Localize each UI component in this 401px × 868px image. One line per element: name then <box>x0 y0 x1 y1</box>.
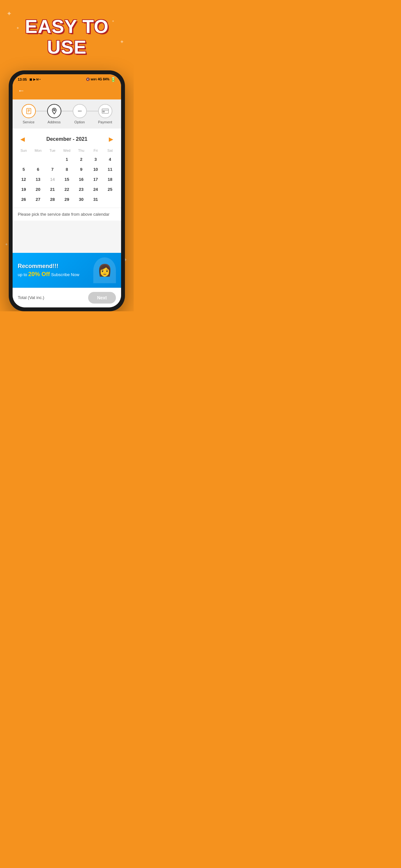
banner-subtitle: up to 20% Off Subscribe Now <box>18 271 93 278</box>
cal-day-28[interactable]: 28 <box>45 194 60 205</box>
step-option-circle: ••• <box>73 104 87 118</box>
calendar-week-3: 12 13 14 15 16 17 18 <box>17 175 117 184</box>
step-payment[interactable]: Payment <box>92 104 118 124</box>
cal-day-4[interactable]: 4 <box>103 154 117 164</box>
cal-day-21[interactable]: 21 <box>45 184 60 194</box>
cal-day-empty-3 <box>45 154 60 164</box>
day-header-mon: Mon <box>31 147 45 154</box>
cal-day-1[interactable]: 1 <box>60 154 74 164</box>
calendar-week-1: 1 2 3 4 <box>17 154 117 164</box>
cal-day-13[interactable]: 13 <box>31 175 45 184</box>
step-option[interactable]: ••• Option <box>67 104 92 124</box>
cal-day-17[interactable]: 17 <box>89 175 103 184</box>
banner-person-image: 👩 <box>93 257 116 283</box>
cal-day-23[interactable]: 23 <box>74 184 89 194</box>
calendar-month-title: December - 2021 <box>46 136 87 142</box>
cal-day-12[interactable]: 12 <box>17 175 31 184</box>
day-header-tue: Tue <box>45 147 60 154</box>
status-signal: 🔇 <box>86 78 90 81</box>
banner-title: Recommend!!! <box>18 263 93 270</box>
progress-steps: Service Address <box>12 99 121 128</box>
banner-text: Recommend!!! up to 20% Off Subscribe Now <box>18 263 93 278</box>
next-button[interactable]: Next <box>88 292 116 304</box>
info-text: Please pick the service date from above … <box>18 212 116 217</box>
banner-discount-text: 20% Off <box>28 271 50 277</box>
cal-day-8[interactable]: 8 <box>60 164 74 175</box>
hero-title: EASY TO USE <box>0 16 134 58</box>
cal-day-24[interactable]: 24 <box>89 184 103 194</box>
day-header-sun: Sun <box>17 147 31 154</box>
step-address[interactable]: Address <box>41 104 67 124</box>
cal-day-2[interactable]: 2 <box>74 154 89 164</box>
cal-day-10[interactable]: 10 <box>89 164 103 175</box>
step-address-label: Address <box>48 120 60 124</box>
status-battery: 84% <box>103 78 110 81</box>
cal-day-29[interactable]: 29 <box>60 194 74 205</box>
step-service-circle <box>22 104 36 118</box>
svg-rect-7 <box>103 111 104 113</box>
cal-day-empty-last <box>103 194 117 205</box>
cal-day-22[interactable]: 22 <box>60 184 74 194</box>
step-service-label: Service <box>23 120 35 124</box>
cal-day-20[interactable]: 20 <box>31 184 45 194</box>
day-header-fri: Fri <box>89 147 103 154</box>
status-bar: 13:05 ▣ ▶ M • 🔇 WiFi 4G 84% 🔋 <box>12 74 121 83</box>
total-label: Total (Vat inc.) <box>18 295 44 300</box>
step-payment-circle <box>98 104 112 118</box>
cal-day-7[interactable]: 7 <box>45 164 60 175</box>
cal-day-30[interactable]: 30 <box>74 194 89 205</box>
cal-day-27[interactable]: 27 <box>31 194 45 205</box>
calendar-day-headers: Sun Mon Tue Wed Thu Fri Sat <box>17 147 117 154</box>
cal-day-25[interactable]: 25 <box>103 184 117 194</box>
cal-day-19[interactable]: 19 <box>17 184 31 194</box>
status-icons: ▣ ▶ M • <box>29 78 40 81</box>
step-address-circle <box>47 104 61 118</box>
day-header-thu: Thu <box>74 147 89 154</box>
banner-cta-text: Subscribe Now <box>51 272 79 277</box>
cal-day-11[interactable]: 11 <box>103 164 117 175</box>
info-text-section: Please pick the service date from above … <box>12 208 121 221</box>
bottom-bar: Total (Vat inc.) Next <box>12 288 121 307</box>
cal-day-3[interactable]: 3 <box>89 154 103 164</box>
cal-day-6[interactable]: 6 <box>31 164 45 175</box>
calendar-week-5: 26 27 28 29 30 31 <box>17 194 117 205</box>
day-header-sat: Sat <box>103 147 117 154</box>
prev-month-button[interactable]: ◀ <box>18 134 27 144</box>
status-wifi: WiFi <box>91 78 97 81</box>
cal-day-9[interactable]: 9 <box>74 164 89 175</box>
step-payment-label: Payment <box>98 120 112 124</box>
recommend-banner[interactable]: Recommend!!! up to 20% Off Subscribe Now… <box>12 253 121 288</box>
cal-day-18[interactable]: 18 <box>103 175 117 184</box>
app-header: ← <box>12 83 121 99</box>
empty-content-area <box>12 221 121 253</box>
cal-day-empty-1 <box>17 154 31 164</box>
calendar: ◀ December - 2021 ▶ Sun Mon Tue Wed Thu … <box>12 128 121 208</box>
back-button[interactable]: ← <box>18 87 25 95</box>
calendar-grid: Sun Mon Tue Wed Thu Fri Sat <box>17 147 117 205</box>
step-option-label: Option <box>74 120 85 124</box>
cal-day-16[interactable]: 16 <box>74 175 89 184</box>
cal-day-26[interactable]: 26 <box>17 194 31 205</box>
banner-prefix: up to <box>18 272 27 277</box>
step-service[interactable]: Service <box>16 104 41 124</box>
cal-day-31[interactable]: 31 <box>89 194 103 205</box>
next-month-button[interactable]: ▶ <box>106 134 116 144</box>
cal-day-14[interactable]: 14 <box>45 175 60 184</box>
cal-day-15[interactable]: 15 <box>60 175 74 184</box>
battery-icon: 🔋 <box>111 77 116 82</box>
status-time: 13:05 <box>18 78 27 82</box>
calendar-week-4: 19 20 21 22 23 24 25 <box>17 184 117 194</box>
status-4g: 4G <box>98 78 102 81</box>
calendar-week-2: 5 6 7 8 9 10 11 <box>17 164 117 175</box>
phone-mockup: 13:05 ▣ ▶ M • 🔇 WiFi 4G 84% 🔋 ← <box>9 70 125 311</box>
svg-point-4 <box>53 109 55 111</box>
cal-day-5[interactable]: 5 <box>17 164 31 175</box>
calendar-header: ◀ December - 2021 ▶ <box>17 132 117 147</box>
day-header-wed: Wed <box>60 147 74 154</box>
cal-day-empty-2 <box>31 154 45 164</box>
